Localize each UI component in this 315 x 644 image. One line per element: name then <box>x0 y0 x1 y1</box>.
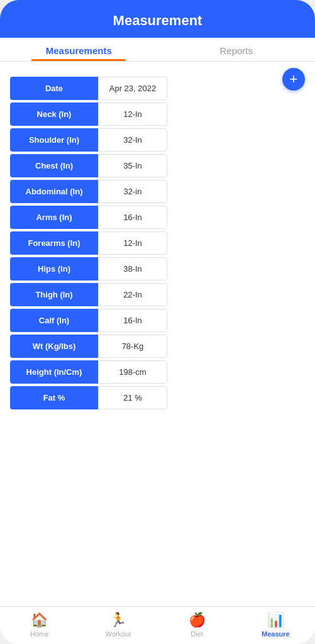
nav-label-home: Home <box>30 630 48 638</box>
value-cell-10: 78-Kg <box>98 335 167 358</box>
table-row: Thigh (In) 22-In <box>10 283 174 306</box>
bottom-nav: 🏠 Home 🏃 Workout 🍎 Diet 📊 Measure <box>0 606 315 644</box>
label-cell-11: Height (In/Cm) <box>10 360 98 384</box>
nav-item-diet[interactable]: 🍎 Diet <box>158 612 236 638</box>
header: Measurement <box>0 0 315 38</box>
label-cell-10: Wt (Kg/lbs) <box>10 335 98 358</box>
label-cell-1: Neck (In) <box>10 103 98 126</box>
nav-label-diet: Diet <box>191 630 203 638</box>
header-title: Measurement <box>113 13 202 28</box>
value-cell-9: 16-In <box>98 309 167 332</box>
value-cell-0: Apr 23, 2022 <box>98 77 167 100</box>
table-row: Height (In/Cm) 198-cm <box>10 360 174 384</box>
label-cell-5: Arms (In) <box>10 206 98 229</box>
table-row: Abdominal (In) 32-in <box>10 180 174 203</box>
table-row: Arms (In) 16-In <box>10 206 174 229</box>
tab-measurements[interactable]: Measurements <box>0 38 158 61</box>
nav-label-measure: Measure <box>262 630 290 638</box>
value-cell-4: 32-in <box>98 180 167 203</box>
label-cell-2: Shoulder (In) <box>10 128 98 152</box>
table-row: Neck (In) 12-In <box>10 103 174 126</box>
nav-icon-home: 🏠 <box>31 612 48 628</box>
nav-icon-workout: 🏃 <box>109 612 126 628</box>
add-button[interactable]: + <box>282 68 305 91</box>
table-row: Calf (In) 16-In <box>10 309 174 332</box>
nav-icon-diet: 🍎 <box>189 612 206 628</box>
label-cell-4: Abdominal (In) <box>10 180 98 203</box>
label-cell-6: Forearms (In) <box>10 231 98 255</box>
tab-reports[interactable]: Reports <box>158 38 316 61</box>
phone-container: Measurement Measurements Reports + Date … <box>0 0 315 644</box>
content-area: + Date Apr 23, 2022 Neck (In) 12-In Shou… <box>0 62 315 606</box>
value-cell-7: 38-In <box>98 257 167 280</box>
label-cell-12: Fat % <box>10 386 98 409</box>
label-cell-0: Date <box>10 77 98 100</box>
nav-item-measure[interactable]: 📊 Measure <box>236 612 315 638</box>
tabs-bar: Measurements Reports <box>0 38 315 62</box>
value-cell-8: 22-In <box>98 283 167 306</box>
value-cell-2: 32-In <box>98 128 167 152</box>
nav-item-home[interactable]: 🏠 Home <box>0 612 79 638</box>
table-row: Chest (In) 35-In <box>10 154 174 177</box>
label-cell-3: Chest (In) <box>10 154 98 177</box>
nav-label-workout: Workout <box>105 630 131 638</box>
table-row: Hips (In) 38-In <box>10 257 174 280</box>
label-cell-8: Thigh (In) <box>10 283 98 306</box>
value-cell-12: 21 % <box>98 386 167 409</box>
nav-icon-measure: 📊 <box>267 612 284 628</box>
value-cell-5: 16-In <box>98 206 167 229</box>
table-row: Wt (Kg/lbs) 78-Kg <box>10 335 174 358</box>
value-cell-3: 35-In <box>98 154 167 177</box>
table-row: Date Apr 23, 2022 <box>10 77 174 100</box>
table-row: Forearms (In) 12-In <box>10 231 174 255</box>
value-cell-11: 198-cm <box>98 360 167 384</box>
value-cell-1: 12-In <box>98 103 167 126</box>
table-row: Shoulder (In) 32-In <box>10 128 174 152</box>
nav-item-workout[interactable]: 🏃 Workout <box>79 612 157 638</box>
table-row: Fat % 21 % <box>10 386 174 409</box>
label-cell-9: Calf (In) <box>10 309 98 332</box>
measurement-table: Date Apr 23, 2022 Neck (In) 12-In Should… <box>10 77 174 409</box>
value-cell-6: 12-In <box>98 231 167 255</box>
label-cell-7: Hips (In) <box>10 257 98 280</box>
